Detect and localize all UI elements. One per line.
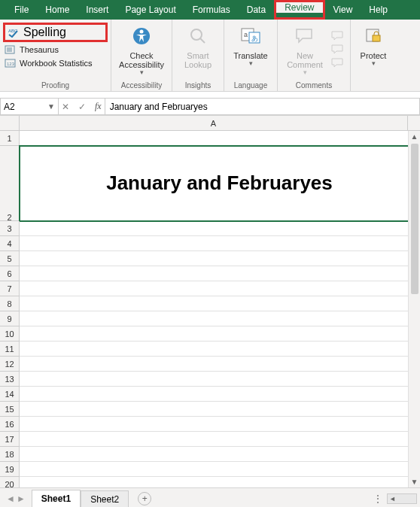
row-header-10[interactable]: 10 bbox=[0, 326, 20, 342]
row-header-17[interactable]: 17 bbox=[0, 432, 20, 447]
row-header-20[interactable]: 20 bbox=[0, 477, 20, 487]
cell-a5[interactable] bbox=[20, 251, 420, 266]
row-16: 16 bbox=[0, 417, 420, 432]
row-14: 14 bbox=[0, 387, 420, 402]
row-header-15[interactable]: 15 bbox=[0, 402, 20, 417]
new-comment-button[interactable]: New Comment ▾ bbox=[281, 21, 329, 76]
group-comments: New Comment ▾ Comments bbox=[278, 20, 351, 91]
prev-comment-icon[interactable] bbox=[330, 30, 345, 41]
scroll-thumb[interactable] bbox=[411, 144, 418, 294]
formula-bar-row: A2 ▼ ✕ ✓ fx January and Februaryes bbox=[0, 98, 420, 116]
row-header-12[interactable]: 12 bbox=[0, 357, 20, 372]
row-header-13[interactable]: 13 bbox=[0, 372, 20, 387]
sheet-nav-arrows: ◄ ► bbox=[0, 493, 32, 504]
cell-a4[interactable] bbox=[20, 236, 420, 251]
translate-button[interactable]: aあ Translate ▾ bbox=[227, 21, 274, 67]
cell-a8[interactable] bbox=[20, 296, 420, 311]
sheet-tab-bar: ◄ ► Sheet1 Sheet2 + ⋮ ◄ bbox=[0, 487, 420, 507]
menu-insert[interactable]: Insert bbox=[78, 0, 117, 20]
column-header-a[interactable]: A bbox=[20, 116, 408, 131]
smart-lookup-button[interactable]: Smart Lookup bbox=[175, 21, 221, 69]
menu-home[interactable]: Home bbox=[37, 0, 78, 20]
scroll-up-icon[interactable]: ▲ bbox=[409, 131, 420, 142]
menu-view[interactable]: View bbox=[325, 0, 361, 20]
row-20: 20 bbox=[0, 477, 420, 487]
menu-page-layout[interactable]: Page Layout bbox=[117, 0, 184, 20]
cell-a10[interactable] bbox=[20, 326, 420, 342]
new-comment-icon bbox=[293, 24, 317, 48]
workbook-statistics-button[interactable]: 123 Workbook Statistics bbox=[3, 57, 108, 69]
cell-a15[interactable] bbox=[20, 402, 420, 417]
row-header-7[interactable]: 7 bbox=[0, 281, 20, 296]
group-protect: Protect ▾ bbox=[351, 20, 396, 91]
new-comment-label-1: New bbox=[297, 51, 313, 60]
row-header-16[interactable]: 16 bbox=[0, 417, 20, 432]
check-accessibility-button[interactable]: Check Accessibility ▾ bbox=[114, 21, 169, 76]
sheet-options-icon[interactable]: ⋮ bbox=[369, 493, 387, 504]
row-header-9[interactable]: 9 bbox=[0, 311, 20, 326]
sheet-tab-2[interactable]: Sheet2 bbox=[81, 490, 129, 507]
show-comments-icon[interactable] bbox=[330, 57, 345, 68]
next-comment-icon[interactable] bbox=[330, 44, 345, 54]
cell-a14[interactable] bbox=[20, 387, 420, 402]
row-header-8[interactable]: 8 bbox=[0, 296, 20, 311]
protect-button[interactable]: Protect ▾ bbox=[354, 21, 393, 67]
menu-file[interactable]: File bbox=[6, 0, 37, 20]
thesaurus-button[interactable]: Thesaurus bbox=[3, 44, 108, 56]
cancel-formula-icon[interactable]: ✕ bbox=[62, 102, 69, 112]
cell-a6[interactable] bbox=[20, 266, 420, 281]
row-header-4[interactable]: 4 bbox=[0, 236, 20, 251]
add-sheet-button[interactable]: + bbox=[138, 492, 151, 505]
protect-icon bbox=[361, 24, 385, 48]
vertical-scrollbar[interactable]: ▲ ▼ bbox=[408, 131, 420, 487]
cell-a7[interactable] bbox=[20, 281, 420, 296]
name-box[interactable]: A2 ▼ bbox=[0, 98, 59, 115]
cell-a17[interactable] bbox=[20, 432, 420, 447]
row-header-5[interactable]: 5 bbox=[0, 251, 20, 266]
row-9: 9 bbox=[0, 311, 420, 326]
row-header-19[interactable]: 19 bbox=[0, 462, 20, 477]
sheet-tab-1[interactable]: Sheet1 bbox=[32, 490, 81, 507]
cell-a2[interactable]: January and Februaryes bbox=[20, 146, 420, 221]
horizontal-scrollbar[interactable]: ◄ bbox=[387, 493, 417, 504]
chevron-down-icon: ▾ bbox=[303, 69, 307, 76]
spelling-button[interactable]: ABC Spelling bbox=[5, 25, 105, 40]
row-header-6[interactable]: 6 bbox=[0, 266, 20, 281]
chevron-down-icon[interactable]: ▼ bbox=[47, 102, 55, 111]
fx-icon[interactable]: fx bbox=[95, 101, 102, 112]
row-header-2[interactable]: 2 bbox=[0, 146, 20, 221]
cell-a18[interactable] bbox=[20, 447, 420, 462]
cell-a20[interactable] bbox=[20, 477, 420, 487]
cell-a13[interactable] bbox=[20, 372, 420, 387]
sheet-prev-icon[interactable]: ◄ bbox=[6, 493, 15, 504]
menu-review[interactable]: Review bbox=[276, 2, 322, 13]
menu-data[interactable]: Data bbox=[239, 0, 274, 20]
row-4: 4 bbox=[0, 236, 420, 251]
cell-a16[interactable] bbox=[20, 417, 420, 432]
scroll-left-icon[interactable]: ◄ bbox=[388, 495, 397, 502]
cell-a11[interactable] bbox=[20, 342, 420, 357]
menu-help[interactable]: Help bbox=[361, 0, 396, 20]
scroll-down-icon[interactable]: ▼ bbox=[409, 476, 420, 487]
sheet-next-icon[interactable]: ► bbox=[17, 493, 26, 504]
row-header-1[interactable]: 1 bbox=[0, 131, 20, 146]
cell-a12[interactable] bbox=[20, 357, 420, 372]
row-19: 19 bbox=[0, 462, 420, 477]
menu-formulas[interactable]: Formulas bbox=[184, 0, 239, 20]
svg-line-10 bbox=[200, 38, 205, 43]
row-header-14[interactable]: 14 bbox=[0, 387, 20, 402]
group-accessibility: Check Accessibility ▾ Accessibility bbox=[111, 20, 172, 91]
row-header-11[interactable]: 11 bbox=[0, 342, 20, 357]
row-header-3[interactable]: 3 bbox=[0, 221, 20, 236]
row-15: 15 bbox=[0, 402, 420, 417]
cell-a19[interactable] bbox=[20, 462, 420, 477]
chevron-down-icon: ▾ bbox=[372, 60, 376, 67]
cell-a3[interactable] bbox=[20, 221, 420, 236]
select-all-corner[interactable] bbox=[0, 116, 20, 131]
cell-a9[interactable] bbox=[20, 311, 420, 326]
row-6: 6 bbox=[0, 266, 420, 281]
cell-a1[interactable] bbox=[20, 131, 420, 146]
row-header-18[interactable]: 18 bbox=[0, 447, 20, 462]
formula-bar-input[interactable]: January and Februaryes bbox=[105, 98, 420, 115]
enter-formula-icon[interactable]: ✓ bbox=[78, 102, 86, 112]
